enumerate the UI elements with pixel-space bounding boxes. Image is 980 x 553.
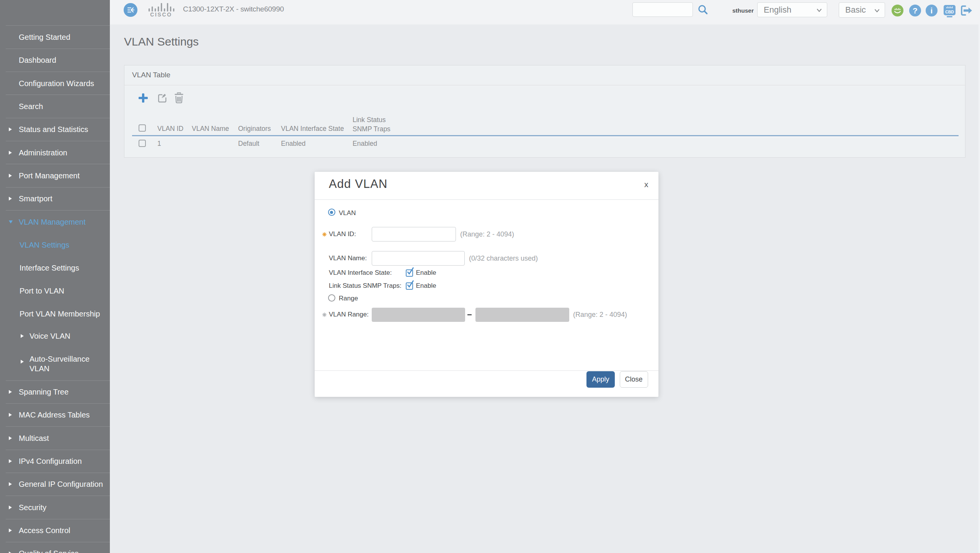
svg-text:CISCO: CISCO: [150, 11, 172, 18]
svg-text:CBD: CBD: [945, 10, 954, 14]
